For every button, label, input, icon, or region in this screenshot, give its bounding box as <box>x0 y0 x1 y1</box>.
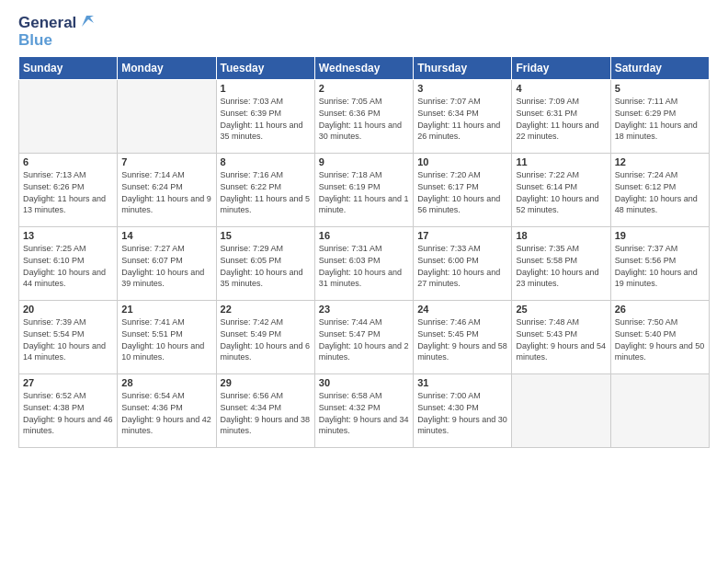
calendar-cell: 13Sunrise: 7:25 AMSunset: 6:10 PMDayligh… <box>19 227 118 301</box>
calendar-cell <box>610 374 709 448</box>
day-number: 5 <box>615 83 705 94</box>
day-detail: Sunrise: 7:33 AMSunset: 6:00 PMDaylight:… <box>417 243 507 289</box>
day-detail: Sunrise: 7:37 AMSunset: 5:56 PMDaylight:… <box>615 243 705 289</box>
calendar-cell <box>118 80 216 154</box>
day-number: 23 <box>319 304 409 315</box>
day-detail: Sunrise: 7:05 AMSunset: 6:36 PMDaylight:… <box>319 96 409 142</box>
weekday-header-sunday: Sunday <box>19 57 118 80</box>
calendar-cell: 6Sunrise: 7:13 AMSunset: 6:26 PMDaylight… <box>19 154 118 227</box>
day-detail: Sunrise: 7:46 AMSunset: 5:45 PMDaylight:… <box>417 316 507 362</box>
day-number: 9 <box>319 156 409 167</box>
calendar-cell: 4Sunrise: 7:09 AMSunset: 6:31 PMDaylight… <box>512 80 610 154</box>
calendar-cell: 7Sunrise: 7:14 AMSunset: 6:24 PMDaylight… <box>118 154 216 227</box>
logo-general: General <box>18 15 76 32</box>
logo: General Blue <box>18 15 94 49</box>
calendar-week-row: 20Sunrise: 7:39 AMSunset: 5:54 PMDayligh… <box>19 301 710 374</box>
day-number: 18 <box>516 230 606 241</box>
day-detail: Sunrise: 7:39 AMSunset: 5:54 PMDaylight:… <box>23 316 113 362</box>
day-number: 3 <box>417 83 507 94</box>
day-detail: Sunrise: 7:20 AMSunset: 6:17 PMDaylight:… <box>417 169 507 215</box>
calendar-cell: 11Sunrise: 7:22 AMSunset: 6:14 PMDayligh… <box>512 154 610 227</box>
calendar-cell: 14Sunrise: 7:27 AMSunset: 6:07 PMDayligh… <box>118 227 216 301</box>
calendar-cell <box>19 80 118 154</box>
day-detail: Sunrise: 7:03 AMSunset: 6:39 PMDaylight:… <box>221 96 311 142</box>
calendar-cell: 21Sunrise: 7:41 AMSunset: 5:51 PMDayligh… <box>118 301 216 374</box>
day-detail: Sunrise: 7:29 AMSunset: 6:05 PMDaylight:… <box>221 243 311 289</box>
calendar-cell: 29Sunrise: 6:56 AMSunset: 4:34 PMDayligh… <box>216 374 314 448</box>
calendar-cell: 30Sunrise: 6:58 AMSunset: 4:32 PMDayligh… <box>314 374 413 448</box>
weekday-header-monday: Monday <box>118 57 216 80</box>
day-number: 10 <box>417 156 507 167</box>
day-detail: Sunrise: 7:16 AMSunset: 6:22 PMDaylight:… <box>221 169 311 215</box>
day-number: 21 <box>121 304 211 315</box>
day-number: 19 <box>615 230 705 241</box>
calendar-cell: 5Sunrise: 7:11 AMSunset: 6:29 PMDaylight… <box>610 80 709 154</box>
logo-blue: Blue <box>18 32 94 50</box>
day-detail: Sunrise: 7:44 AMSunset: 5:47 PMDaylight:… <box>319 316 409 362</box>
calendar-cell: 28Sunrise: 6:54 AMSunset: 4:36 PMDayligh… <box>118 374 216 448</box>
day-number: 13 <box>23 230 113 241</box>
logo-bird-icon <box>77 14 94 30</box>
calendar-cell: 16Sunrise: 7:31 AMSunset: 6:03 PMDayligh… <box>314 227 413 301</box>
calendar-week-row: 6Sunrise: 7:13 AMSunset: 6:26 PMDaylight… <box>19 154 710 227</box>
calendar-cell: 22Sunrise: 7:42 AMSunset: 5:49 PMDayligh… <box>216 301 314 374</box>
calendar-cell: 26Sunrise: 7:50 AMSunset: 5:40 PMDayligh… <box>610 301 709 374</box>
day-number: 28 <box>121 377 211 388</box>
day-number: 25 <box>516 304 606 315</box>
day-detail: Sunrise: 7:41 AMSunset: 5:51 PMDaylight:… <box>121 316 211 362</box>
day-number: 15 <box>221 230 311 241</box>
day-number: 2 <box>319 83 409 94</box>
day-detail: Sunrise: 7:27 AMSunset: 6:07 PMDaylight:… <box>121 243 211 289</box>
calendar-cell <box>512 374 610 448</box>
page: General Blue SundayMondayTuesdayWednesda… <box>0 0 728 563</box>
calendar-cell: 31Sunrise: 7:00 AMSunset: 4:30 PMDayligh… <box>414 374 512 448</box>
day-detail: Sunrise: 6:52 AMSunset: 4:38 PMDaylight:… <box>23 390 113 436</box>
weekday-header-saturday: Saturday <box>610 57 709 80</box>
day-detail: Sunrise: 7:35 AMSunset: 5:58 PMDaylight:… <box>516 243 606 289</box>
day-detail: Sunrise: 7:50 AMSunset: 5:40 PMDaylight:… <box>615 316 705 362</box>
calendar-week-row: 27Sunrise: 6:52 AMSunset: 4:38 PMDayligh… <box>19 374 710 448</box>
calendar-cell: 25Sunrise: 7:48 AMSunset: 5:43 PMDayligh… <box>512 301 610 374</box>
calendar-cell: 3Sunrise: 7:07 AMSunset: 6:34 PMDaylight… <box>414 80 512 154</box>
weekday-header-wednesday: Wednesday <box>314 57 413 80</box>
calendar-table: SundayMondayTuesdayWednesdayThursdayFrid… <box>18 56 710 448</box>
day-number: 29 <box>221 377 311 388</box>
day-number: 24 <box>417 304 507 315</box>
day-number: 7 <box>121 156 211 167</box>
day-detail: Sunrise: 7:18 AMSunset: 6:19 PMDaylight:… <box>319 169 409 215</box>
day-detail: Sunrise: 7:22 AMSunset: 6:14 PMDaylight:… <box>516 169 606 215</box>
day-number: 31 <box>417 377 507 388</box>
calendar-cell: 20Sunrise: 7:39 AMSunset: 5:54 PMDayligh… <box>19 301 118 374</box>
day-number: 1 <box>221 83 311 94</box>
day-number: 8 <box>221 156 311 167</box>
day-detail: Sunrise: 6:56 AMSunset: 4:34 PMDaylight:… <box>221 390 311 436</box>
calendar-cell: 1Sunrise: 7:03 AMSunset: 6:39 PMDaylight… <box>216 80 314 154</box>
calendar-cell: 19Sunrise: 7:37 AMSunset: 5:56 PMDayligh… <box>610 227 709 301</box>
calendar-cell: 15Sunrise: 7:29 AMSunset: 6:05 PMDayligh… <box>216 227 314 301</box>
calendar-cell: 8Sunrise: 7:16 AMSunset: 6:22 PMDaylight… <box>216 154 314 227</box>
day-number: 14 <box>121 230 211 241</box>
day-detail: Sunrise: 7:42 AMSunset: 5:49 PMDaylight:… <box>221 316 311 362</box>
calendar-week-row: 13Sunrise: 7:25 AMSunset: 6:10 PMDayligh… <box>19 227 710 301</box>
svg-marker-0 <box>82 16 94 27</box>
day-detail: Sunrise: 6:54 AMSunset: 4:36 PMDaylight:… <box>121 390 211 436</box>
weekday-header-thursday: Thursday <box>414 57 512 80</box>
day-number: 20 <box>23 304 113 315</box>
day-detail: Sunrise: 7:11 AMSunset: 6:29 PMDaylight:… <box>615 96 705 142</box>
day-number: 4 <box>516 83 606 94</box>
calendar-cell: 17Sunrise: 7:33 AMSunset: 6:00 PMDayligh… <box>414 227 512 301</box>
weekday-header-friday: Friday <box>512 57 610 80</box>
day-number: 11 <box>516 156 606 167</box>
day-detail: Sunrise: 7:31 AMSunset: 6:03 PMDaylight:… <box>319 243 409 289</box>
day-detail: Sunrise: 7:24 AMSunset: 6:12 PMDaylight:… <box>615 169 705 215</box>
logo-text: General Blue <box>18 15 94 49</box>
day-number: 17 <box>417 230 507 241</box>
day-detail: Sunrise: 7:14 AMSunset: 6:24 PMDaylight:… <box>121 169 211 215</box>
weekday-header-tuesday: Tuesday <box>216 57 314 80</box>
day-number: 26 <box>615 304 705 315</box>
calendar-cell: 23Sunrise: 7:44 AMSunset: 5:47 PMDayligh… <box>314 301 413 374</box>
day-number: 27 <box>23 377 113 388</box>
day-detail: Sunrise: 7:25 AMSunset: 6:10 PMDaylight:… <box>23 243 113 289</box>
calendar-cell: 10Sunrise: 7:20 AMSunset: 6:17 PMDayligh… <box>414 154 512 227</box>
calendar-cell: 18Sunrise: 7:35 AMSunset: 5:58 PMDayligh… <box>512 227 610 301</box>
